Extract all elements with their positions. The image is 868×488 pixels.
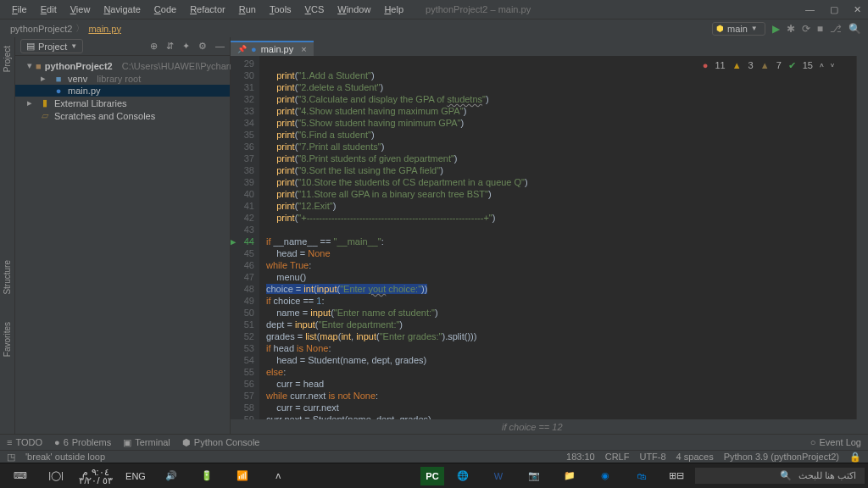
project-view-selector[interactable]: ▤ Project ▼ xyxy=(20,39,83,53)
python-icon: ⬢ xyxy=(716,24,724,33)
cortana-icon[interactable]: |◯| xyxy=(39,465,73,487)
menu-refactor[interactable]: Refactor xyxy=(185,3,231,16)
lock-icon[interactable]: 🔒 xyxy=(849,452,861,463)
status-encoding[interactable]: UTF-8 xyxy=(639,452,665,463)
rail-structure[interactable]: Structure xyxy=(3,255,12,300)
menu-vcs[interactable]: VCS xyxy=(300,3,330,16)
tool-event-log[interactable]: ○ Event Log xyxy=(810,437,861,447)
debug-icon[interactable]: ✱ xyxy=(787,23,795,35)
tool-terminal[interactable]: ▣ Terminal xyxy=(123,437,170,448)
tool-todo[interactable]: ≡ TODO xyxy=(7,437,42,447)
keyboard-icon[interactable]: ⌨ xyxy=(3,465,37,487)
chevron-up-icon[interactable]: ʌ xyxy=(261,465,295,487)
editor: 📌 ● main.py × 29303132333435363738394041… xyxy=(231,37,868,434)
menu-help[interactable]: Help xyxy=(379,3,409,16)
run-config-selector[interactable]: ⬢ main ▼ xyxy=(712,22,765,36)
hide-icon[interactable]: — xyxy=(215,41,225,52)
tree-scratches[interactable]: ▱Scratches and Consoles xyxy=(15,109,230,122)
breadcrumb-root[interactable]: pythonProject2 xyxy=(7,24,75,34)
gear-icon[interactable]: ⚙ xyxy=(198,41,207,52)
line-numbers: 2930313233343536373839404142434445464748… xyxy=(231,56,259,419)
project-sidebar: ▤ Project ▼ ⊕ ⇵ ✦ ⚙ — ▾■pythonProject2 C… xyxy=(15,37,231,434)
app-explorer[interactable]: 📁 xyxy=(553,465,587,487)
coverage-icon[interactable]: ⟳ xyxy=(802,23,810,35)
app-edge[interactable]: ◉ xyxy=(588,465,622,487)
tree-venv[interactable]: ▸■venv library root xyxy=(15,72,230,85)
rail-project[interactable]: Project xyxy=(3,41,12,77)
editor-tab-main[interactable]: 📌 ● main.py × xyxy=(231,41,314,56)
menu-view[interactable]: View xyxy=(65,3,96,16)
nav-bar: pythonProject2 〉 main.py ⬢ main ▼ ▶ ✱ ⟳ … xyxy=(0,19,868,37)
chevron-down-icon: ▼ xyxy=(751,25,758,32)
main-menu: FileEditViewNavigateCodeRefactorRunTools… xyxy=(0,0,868,19)
lang-indicator[interactable]: ENG xyxy=(119,465,153,487)
tree-root[interactable]: ▾■pythonProject2 C:\Users\HUAWEI\Pycharm… xyxy=(15,59,230,72)
collapse-icon[interactable]: ⇵ xyxy=(166,41,174,52)
app-pycharm[interactable]: PC xyxy=(420,467,444,485)
minimize-icon[interactable]: — xyxy=(805,4,815,15)
menu-navigate[interactable]: Navigate xyxy=(98,3,145,16)
stop-icon[interactable]: ■ xyxy=(817,23,823,35)
window-context: pythonProject2 – main.py xyxy=(426,4,531,14)
search-icon[interactable]: 🔍 xyxy=(849,23,861,35)
project-icon: ▤ xyxy=(26,41,35,52)
tool-problems[interactable]: ● 6 Problems xyxy=(54,437,111,447)
close-tab-icon[interactable]: × xyxy=(301,44,306,54)
menu-edit[interactable]: Edit xyxy=(36,3,62,16)
run-icon[interactable]: ▶ xyxy=(772,23,780,35)
windows-search[interactable]: اكتب هنا للبحث 🔍 xyxy=(695,468,865,484)
status-interpreter[interactable]: Python 3.9 (pythonProject2) xyxy=(724,452,839,463)
status-sep[interactable]: CRLF xyxy=(605,452,630,463)
maximize-icon[interactable]: ▢ xyxy=(830,4,838,15)
app-chrome[interactable]: 🌐 xyxy=(446,465,480,487)
menu-code[interactable]: Code xyxy=(149,3,181,16)
search-icon: 🔍 xyxy=(780,470,792,481)
windows-taskbar: ⌨ |◯| ٩:٠٤ م٥٣ /٣/٢٠ ENG 🔊 🔋 📶 ʌ PC 🌐 W … xyxy=(0,463,868,488)
tool-python-console[interactable]: ⬢ Python Console xyxy=(182,437,260,448)
wifi-icon[interactable]: 📶 xyxy=(225,465,259,487)
app-word[interactable]: W xyxy=(481,465,515,487)
vcs-icon[interactable]: ⎇ xyxy=(830,23,842,35)
inspection-widget[interactable]: ●11 ▲3 ▲7 ✔15 ʌv xyxy=(703,59,834,71)
error-stripe[interactable] xyxy=(856,56,868,419)
status-message: 'break' outside loop xyxy=(25,452,105,462)
status-bar: ◳ 'break' outside loop 183:10 CRLF UTF-8… xyxy=(0,450,868,463)
pin-icon: 📌 xyxy=(237,45,247,53)
menu-tools[interactable]: Tools xyxy=(264,3,297,16)
app-camera[interactable]: 📷 xyxy=(517,465,551,487)
menu-run[interactable]: Run xyxy=(234,3,261,16)
chevron-down-icon: ▼ xyxy=(70,42,77,50)
volume-icon[interactable]: 🔊 xyxy=(154,465,188,487)
menu-window[interactable]: Window xyxy=(332,3,376,16)
status-icon[interactable]: ◳ xyxy=(7,452,15,463)
left-rail: Project Structure Favorites xyxy=(0,37,15,434)
project-tree: ▾■pythonProject2 C:\Users\HUAWEI\Pycharm… xyxy=(15,56,230,125)
status-indent[interactable]: 4 spaces xyxy=(676,452,714,463)
code-area[interactable]: ●11 ▲3 ▲7 ✔15 ʌv print("1.Add a Student"… xyxy=(259,56,856,419)
app-store[interactable]: 🛍 xyxy=(624,465,658,487)
python-file-icon: ● xyxy=(251,44,257,54)
tree-file-main[interactable]: ●main.py xyxy=(15,85,230,97)
status-caret[interactable]: 183:10 xyxy=(566,452,595,463)
menu-file[interactable]: File xyxy=(7,3,32,16)
clock[interactable]: ٩:٠٤ م٥٣ /٣/٢٠ xyxy=(75,465,117,487)
tool-windows-bar: ≡ TODO ● 6 Problems ▣ Terminal ⬢ Python … xyxy=(0,434,868,450)
target-icon[interactable]: ⊕ xyxy=(150,41,158,52)
close-icon[interactable]: ✕ xyxy=(854,4,861,15)
task-view-icon[interactable]: ⊞⊟ xyxy=(659,465,693,487)
tree-external[interactable]: ▸▮External Libraries xyxy=(15,97,230,109)
rail-favorites[interactable]: Favorites xyxy=(3,317,12,362)
expand-icon[interactable]: ✦ xyxy=(182,41,190,52)
breadcrumb-file[interactable]: main.py xyxy=(85,24,125,34)
breadcrumb-code: if choice == 12 xyxy=(231,419,868,434)
battery-icon[interactable]: 🔋 xyxy=(190,465,224,487)
